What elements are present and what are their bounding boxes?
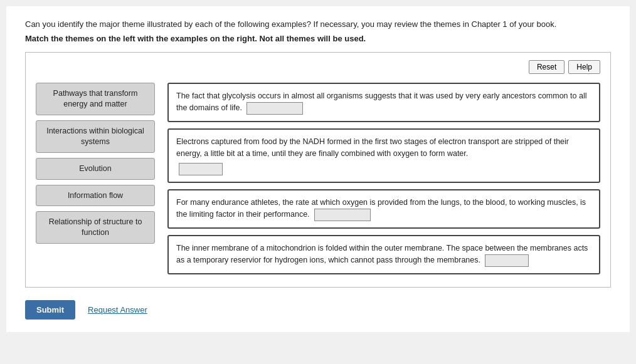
instructions-line1: Can you identify the major theme illustr…	[25, 19, 611, 30]
help-button[interactable]: Help	[568, 60, 600, 74]
example-box-1: The fact that glycolysis occurs in almos…	[167, 83, 600, 122]
answer-input-1[interactable]	[246, 102, 303, 115]
example-text-3: For many endurance athletes, the rate at…	[176, 198, 586, 219]
submit-button[interactable]: Submit	[25, 300, 75, 320]
example-box-3: For many endurance athletes, the rate at…	[167, 189, 600, 229]
bottom-actions: Submit Request Answer	[25, 300, 611, 320]
page-wrapper: Can you identify the major theme illustr…	[6, 6, 630, 332]
request-answer-button[interactable]: Request Answer	[88, 305, 147, 315]
theme-evolution[interactable]: Evolution	[36, 158, 155, 180]
theme-pathways[interactable]: Pathways that transform energy and matte…	[36, 83, 155, 115]
example-text-2: Electrons captured from food by the NADH…	[176, 137, 569, 158]
examples-column: The fact that glycolysis occurs in almos…	[167, 83, 600, 274]
reset-button[interactable]: Reset	[529, 60, 564, 74]
instructions-line2: Match the themes on the left with the ex…	[25, 34, 611, 43]
answer-input-3[interactable]	[314, 209, 371, 221]
answer-input-2[interactable]	[179, 163, 223, 175]
content-area: Pathways that transform energy and matte…	[36, 83, 600, 274]
theme-interactions[interactable]: Interactions within biological systems	[36, 120, 155, 153]
example-text-1: The fact that glycolysis occurs in almos…	[176, 91, 586, 112]
theme-information-flow[interactable]: Information flow	[36, 185, 155, 207]
answer-input-4[interactable]	[485, 254, 529, 267]
top-buttons: Reset Help	[36, 60, 600, 74]
theme-structure-function[interactable]: Relationship of structure to function	[36, 211, 155, 244]
example-box-4: The inner membrane of a mitochondrion is…	[167, 235, 600, 274]
example-box-2: Electrons captured from food by the NADH…	[167, 128, 600, 184]
themes-column: Pathways that transform energy and matte…	[36, 83, 155, 244]
main-box: Reset Help Pathways that transform energ…	[25, 52, 611, 288]
